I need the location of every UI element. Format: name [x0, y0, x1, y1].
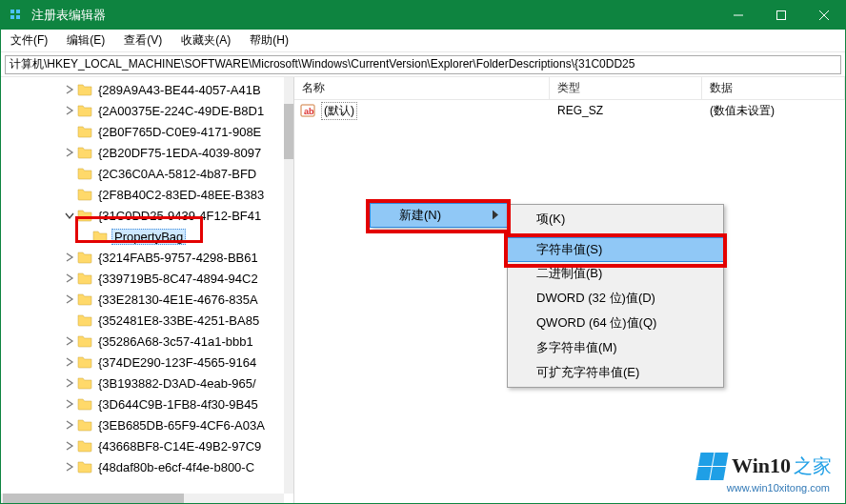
menu-help[interactable]: 帮助(H): [240, 30, 298, 51]
expand-chevron-icon[interactable]: [62, 145, 77, 160]
expand-chevron-icon: [62, 124, 77, 139]
folder-icon: [77, 333, 92, 349]
folder-icon: [77, 417, 92, 433]
watermark: Win10之家: [697, 452, 832, 480]
tree-item-label: {339719B5-8C47-4894-94C2: [96, 272, 260, 286]
tree-vertical-scrollbar[interactable]: [284, 77, 293, 494]
submenu-item-binary[interactable]: 二进制值(B): [508, 261, 723, 286]
expand-chevron-icon[interactable]: [62, 208, 77, 223]
tree-item[interactable]: {2C36C0AA-5812-4b87-BFD: [1, 163, 284, 184]
expand-chevron-icon[interactable]: [62, 417, 77, 433]
tree-item-label: {2A00375E-224C-49DE-B8D1: [96, 104, 266, 118]
folder-icon: [77, 396, 92, 412]
tree-item[interactable]: {35286A68-3c57-41a1-bbb1: [1, 331, 284, 352]
title-bar[interactable]: 注册表编辑器: [1, 1, 845, 30]
expand-chevron-icon[interactable]: [62, 396, 77, 412]
expand-chevron-icon[interactable]: [62, 271, 77, 286]
tree-item[interactable]: {2A00375E-224C-49DE-B8D1: [1, 100, 284, 121]
tree-item[interactable]: {352481E8-33BE-4251-BA85: [1, 310, 284, 331]
tree-item[interactable]: {3214FAB5-9757-4298-BB61: [1, 247, 284, 268]
expand-chevron-icon: [62, 312, 77, 328]
tree-item[interactable]: {3B193882-D3AD-4eab-965/: [1, 373, 284, 393]
tree-item-label: {289A9A43-BE44-4057-A41B: [96, 83, 263, 97]
submenu-item-dword[interactable]: DWORD (32 位)值(D): [508, 286, 723, 311]
expand-chevron-icon[interactable]: [62, 375, 77, 391]
window: 注册表编辑器 文件(F) 编辑(E) 查看(V) 收藏夹(A) 帮助(H) {2…: [0, 0, 846, 504]
folder-icon: [77, 312, 92, 328]
column-header-row: 名称 类型 数据: [294, 77, 845, 100]
submenu-arrow-icon: [493, 209, 500, 223]
tree-item[interactable]: {2F8B40C2-83ED-48EE-B383: [1, 184, 284, 205]
menu-view[interactable]: 查看(V): [114, 30, 171, 51]
tree-item-label: {3EB685DB-65F9-4CF6-A03A: [96, 418, 267, 433]
submenu-item-multistring[interactable]: 多字符串值(M): [508, 335, 723, 360]
tree-item[interactable]: {289A9A43-BE44-4057-A41B: [1, 79, 284, 100]
tree-item[interactable]: {339719B5-8C47-4894-94C2: [1, 268, 284, 289]
context-menu[interactable]: 新建(N): [370, 203, 509, 228]
tree-pane: {289A9A43-BE44-4057-A41B{2A00375E-224C-4…: [1, 77, 294, 503]
tree-item[interactable]: {48daf80b-e6cf-4f4e-b800-C: [1, 456, 284, 477]
menu-favorites[interactable]: 收藏夹(A): [171, 30, 240, 51]
svg-rect-0: [10, 10, 14, 13]
column-header-name[interactable]: 名称: [294, 77, 550, 99]
value-list-pane: 名称 类型 数据 ab (默认) REG_SZ (数值未设置): [294, 77, 845, 503]
tree-item[interactable]: {2B20DF75-1EDA-4039-8097: [1, 142, 284, 163]
expand-chevron-icon[interactable]: [62, 354, 77, 370]
submenu-item-string[interactable]: 字符串值(S): [507, 237, 724, 262]
submenu-item-qword[interactable]: QWORD (64 位)值(Q): [508, 311, 723, 335]
tree-item[interactable]: {3D644C9B-1FB8-4f30-9B45: [1, 393, 284, 414]
list-row[interactable]: ab (默认) REG_SZ (数值未设置): [294, 100, 845, 121]
value-name: (默认): [321, 102, 357, 120]
menu-file[interactable]: 文件(F): [1, 30, 57, 51]
tree-item[interactable]: {374DE290-123F-4565-9164: [1, 352, 284, 373]
tree-item-label: {33E28130-4E1E-4676-835A: [96, 292, 260, 307]
tree-item-label: {374DE290-123F-4565-9164: [96, 355, 258, 370]
expand-chevron-icon[interactable]: [62, 438, 77, 454]
tree-item-label: {48daf80b-e6cf-4f4e-b800-C: [96, 460, 256, 474]
folder-icon: [77, 271, 92, 286]
context-submenu-new[interactable]: 项(K) 字符串值(S) 二进制值(B) DWORD (32 位)值(D) QW…: [507, 204, 724, 388]
tree-item-label: {2C36C0AA-5812-4b87-BFD: [96, 167, 258, 181]
menu-edit[interactable]: 编辑(E): [57, 30, 114, 51]
column-header-data[interactable]: 数据: [702, 77, 845, 99]
registry-tree[interactable]: {289A9A43-BE44-4057-A41B{2A00375E-224C-4…: [1, 77, 284, 494]
tree-item-label: {2B20DF75-1EDA-4039-8097: [96, 146, 263, 160]
column-header-type[interactable]: 类型: [550, 77, 702, 99]
tree-item[interactable]: {3EB685DB-65F9-4CF6-A03A: [1, 414, 284, 435]
watermark-url: www.win10xitong.com: [727, 482, 830, 494]
tree-item[interactable]: {33E28130-4E1E-4676-835A: [1, 289, 284, 310]
value-list[interactable]: ab (默认) REG_SZ (数值未设置) 新建(N): [294, 100, 845, 503]
menu-bar: 文件(F) 编辑(E) 查看(V) 收藏夹(A) 帮助(H): [1, 30, 845, 52]
expand-chevron-icon: [77, 229, 92, 244]
expand-chevron-icon[interactable]: [62, 250, 77, 265]
close-button[interactable]: [802, 1, 845, 30]
maximize-button[interactable]: [759, 1, 802, 30]
tree-item-label: {2B0F765D-C0E9-4171-908E: [96, 125, 263, 139]
expand-chevron-icon: [62, 166, 77, 181]
folder-icon: [77, 438, 92, 454]
svg-rect-5: [776, 11, 785, 20]
expand-chevron-icon[interactable]: [62, 82, 77, 97]
folder-icon: [77, 145, 92, 160]
value-data: (数值未设置): [702, 103, 845, 119]
submenu-item-expandstring[interactable]: 可扩充字符串值(E): [508, 360, 723, 385]
expand-chevron-icon[interactable]: [62, 103, 77, 118]
address-input[interactable]: [5, 55, 841, 74]
svg-rect-3: [16, 15, 20, 19]
tree-horizontal-scrollbar[interactable]: [1, 494, 284, 503]
expand-chevron-icon[interactable]: [62, 292, 77, 307]
context-menu-item-new[interactable]: 新建(N): [370, 203, 509, 228]
folder-icon: [77, 292, 92, 307]
value-type: REG_SZ: [550, 104, 702, 117]
tree-item-label: {3D644C9B-1FB8-4f30-9B45: [96, 397, 260, 412]
app-icon: [9, 8, 24, 23]
expand-chevron-icon[interactable]: [62, 459, 77, 474]
tree-item[interactable]: {2B0F765D-C0E9-4171-908E: [1, 121, 284, 142]
tree-item[interactable]: {43668BF8-C14E-49B2-97C9: [1, 435, 284, 456]
tree-item[interactable]: PropertyBag: [1, 226, 284, 247]
tree-item[interactable]: {31C0DD25-9439-4F12-BF41: [1, 205, 284, 226]
minimize-button[interactable]: [716, 1, 759, 30]
expand-chevron-icon[interactable]: [62, 333, 77, 349]
submenu-item-key[interactable]: 项(K): [508, 207, 723, 232]
tree-item-label: {35286A68-3c57-41a1-bbb1: [96, 334, 255, 349]
